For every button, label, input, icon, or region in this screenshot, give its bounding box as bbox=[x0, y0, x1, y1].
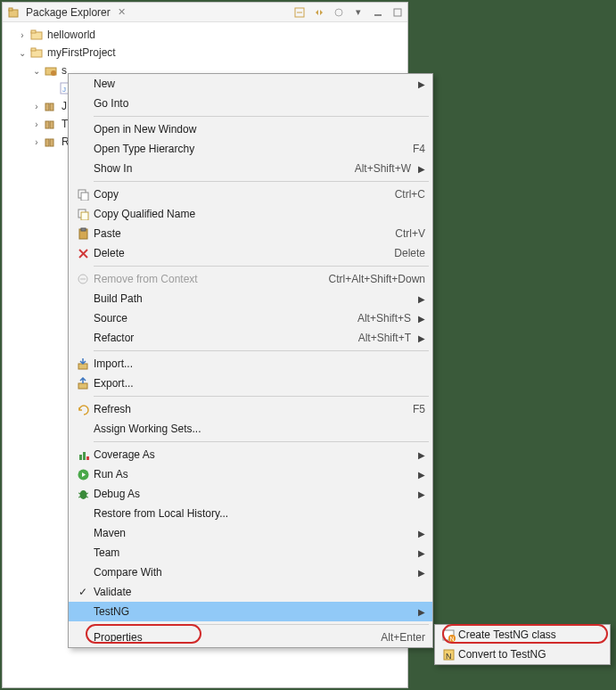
library-icon bbox=[44, 117, 58, 131]
menu-show-in[interactable]: Show InAlt+Shift+W▶ bbox=[69, 159, 432, 178]
svg-rect-35 bbox=[86, 456, 89, 460]
menu-open-type-hierarchy[interactable]: Open Type HierarchyF4 bbox=[69, 139, 432, 159]
svg-rect-18 bbox=[50, 121, 53, 128]
menu-build-path[interactable]: Build Path▶ bbox=[69, 289, 432, 308]
minimize-icon[interactable] bbox=[372, 6, 384, 19]
delete-icon bbox=[72, 243, 94, 263]
library-icon bbox=[44, 135, 58, 149]
run-icon bbox=[72, 464, 94, 484]
svg-text:N: N bbox=[449, 636, 454, 642]
svg-point-37 bbox=[79, 490, 86, 499]
svg-rect-15 bbox=[45, 103, 49, 111]
collapse-icon[interactable]: ⌄ bbox=[17, 48, 28, 58]
svg-rect-20 bbox=[50, 139, 53, 146]
menu-separator bbox=[94, 396, 429, 397]
menu-compare-with[interactable]: Compare With▶ bbox=[69, 563, 432, 582]
tree-item-myfirstproject[interactable]: ⌄ myFirstProject bbox=[3, 44, 407, 62]
expand-icon[interactable]: › bbox=[17, 30, 28, 40]
menu-source[interactable]: SourceAlt+Shift+S▶ bbox=[69, 308, 432, 328]
submenu-create-testng-class[interactable]: N Create TestNG class bbox=[435, 625, 610, 645]
svg-rect-34 bbox=[83, 452, 86, 460]
export-icon bbox=[72, 374, 94, 393]
view-menu-icon[interactable]: ▾ bbox=[352, 6, 365, 19]
refresh-icon bbox=[72, 399, 94, 419]
project-icon bbox=[29, 28, 44, 42]
tree-label: myFirstProject bbox=[47, 46, 116, 59]
context-menu: New▶ Go Into Open in New Window Open Typ… bbox=[68, 73, 433, 648]
menu-separator bbox=[94, 624, 429, 625]
maximize-icon[interactable] bbox=[391, 6, 404, 19]
expand-icon[interactable]: › bbox=[31, 102, 42, 111]
tree-item-helloworld[interactable]: › helloworld bbox=[3, 26, 407, 44]
source-folder-icon bbox=[44, 63, 58, 78]
svg-text:J: J bbox=[62, 86, 66, 94]
view-close-icon[interactable]: ✕ bbox=[118, 6, 126, 18]
svg-rect-24 bbox=[81, 212, 88, 220]
menu-import[interactable]: Import... bbox=[69, 354, 432, 374]
svg-rect-17 bbox=[45, 121, 49, 128]
submenu-convert-testng[interactable]: N Convert to TestNG bbox=[435, 645, 610, 664]
explorer-toolbar: ▾ bbox=[293, 6, 404, 19]
library-icon bbox=[44, 99, 58, 113]
svg-rect-26 bbox=[81, 228, 86, 231]
svg-rect-1 bbox=[9, 8, 12, 11]
menu-go-into[interactable]: Go Into bbox=[69, 94, 432, 113]
link-editor-icon[interactable] bbox=[313, 6, 325, 19]
import-icon bbox=[72, 354, 94, 374]
svg-rect-6 bbox=[394, 9, 401, 16]
menu-delete[interactable]: DeleteDelete bbox=[69, 243, 432, 263]
checkbox-icon bbox=[72, 582, 94, 602]
menu-debug-as[interactable]: Debug As▶ bbox=[69, 484, 432, 504]
svg-rect-8 bbox=[31, 30, 36, 33]
menu-export[interactable]: Export... bbox=[69, 374, 432, 393]
menu-restore-local-history[interactable]: Restore from Local History... bbox=[69, 504, 432, 523]
explorer-title: Package Explorer bbox=[26, 6, 111, 19]
menu-separator bbox=[94, 181, 429, 182]
menu-validate[interactable]: Validate bbox=[69, 582, 432, 602]
tree-label: helloworld bbox=[47, 29, 95, 41]
menu-copy[interactable]: CopyCtrl+C bbox=[69, 185, 432, 204]
svg-point-12 bbox=[51, 70, 56, 76]
svg-point-4 bbox=[335, 9, 342, 16]
copy-qn-icon bbox=[72, 204, 94, 224]
svg-rect-33 bbox=[79, 455, 82, 460]
expand-icon[interactable]: › bbox=[31, 119, 42, 129]
menu-copy-qualified-name[interactable]: Copy Qualified Name bbox=[69, 204, 432, 224]
menu-coverage-as[interactable]: Coverage As▶ bbox=[69, 445, 432, 464]
svg-text:N: N bbox=[446, 652, 452, 661]
svg-rect-22 bbox=[81, 193, 88, 201]
menu-team[interactable]: Team▶ bbox=[69, 543, 432, 563]
svg-rect-32 bbox=[78, 383, 87, 389]
menu-separator bbox=[94, 266, 429, 267]
menu-assign-working-sets[interactable]: Assign Working Sets... bbox=[69, 419, 432, 439]
focus-task-icon[interactable] bbox=[333, 6, 345, 19]
menu-remove-context: Remove from ContextCtrl+Alt+Shift+Down bbox=[69, 269, 432, 289]
package-icon bbox=[6, 5, 21, 20]
menu-maven[interactable]: Maven▶ bbox=[69, 523, 432, 543]
tree-label: s bbox=[62, 64, 67, 77]
menu-separator bbox=[94, 350, 429, 351]
expand-icon[interactable]: › bbox=[31, 137, 42, 147]
convert-testng-icon: N bbox=[439, 645, 458, 664]
testng-submenu: N Create TestNG class N Convert to TestN… bbox=[434, 624, 611, 665]
menu-separator bbox=[94, 116, 429, 117]
collapse-icon[interactable]: ⌄ bbox=[31, 66, 42, 76]
menu-refactor[interactable]: RefactorAlt+Shift+T▶ bbox=[69, 328, 432, 348]
copy-icon bbox=[72, 185, 94, 204]
testng-class-icon: N bbox=[439, 625, 458, 645]
menu-properties[interactable]: PropertiesAlt+Enter bbox=[69, 628, 432, 647]
explorer-header: Package Explorer ✕ ▾ bbox=[3, 3, 407, 22]
menu-new[interactable]: New▶ bbox=[69, 74, 432, 94]
svg-rect-19 bbox=[45, 139, 49, 146]
menu-paste[interactable]: PasteCtrl+V bbox=[69, 224, 432, 243]
svg-rect-16 bbox=[50, 103, 53, 111]
submenu-label: Create TestNG class bbox=[458, 628, 603, 641]
tree-label: J bbox=[62, 100, 67, 112]
menu-refresh[interactable]: RefreshF5 bbox=[69, 399, 432, 419]
menu-testng[interactable]: TestNG▶ bbox=[69, 602, 432, 621]
menu-open-new-window[interactable]: Open in New Window bbox=[69, 119, 432, 139]
menu-run-as[interactable]: Run As▶ bbox=[69, 464, 432, 484]
menu-separator bbox=[94, 441, 429, 442]
coverage-icon bbox=[72, 445, 94, 464]
collapse-all-icon[interactable] bbox=[293, 6, 306, 19]
